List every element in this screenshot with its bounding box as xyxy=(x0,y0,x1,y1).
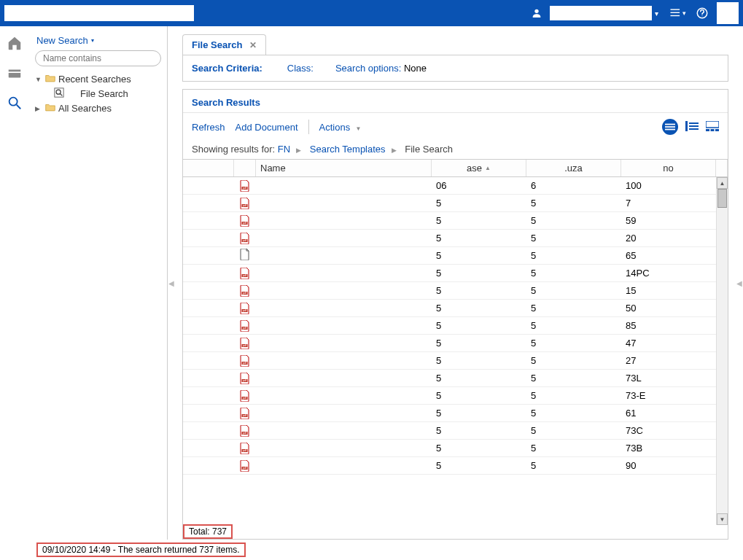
pdf-icon: pdf xyxy=(240,233,250,244)
svg-rect-14 xyxy=(685,121,688,131)
pdf-icon: pdf xyxy=(240,215,250,227)
home-icon[interactable] xyxy=(7,35,23,53)
svg-rect-17 xyxy=(689,128,699,130)
criteria-label: Search Criteria: xyxy=(192,63,262,74)
cell-no: 27 xyxy=(621,355,716,366)
col-select[interactable] xyxy=(183,160,234,176)
cell-uza: 5 xyxy=(526,390,621,401)
cell-uza: 5 xyxy=(526,250,621,261)
bc-fn[interactable]: FN xyxy=(278,144,290,155)
svg-text:pdf: pdf xyxy=(243,274,246,277)
close-icon[interactable]: ✕ xyxy=(249,40,257,50)
col-ase[interactable]: ase▲ xyxy=(432,160,526,176)
svg-text:pdf: pdf xyxy=(243,379,246,382)
svg-text:pdf: pdf xyxy=(243,344,246,347)
collapse-handle-left[interactable]: ◀ xyxy=(168,26,175,540)
col-no[interactable]: no xyxy=(621,160,716,176)
table-row[interactable]: pdf5573-E xyxy=(183,387,716,405)
criteria-box: Search Criteria: Class: Search options: … xyxy=(182,55,728,82)
options-label: Search options: xyxy=(335,63,401,74)
table-row[interactable]: pdf5559 xyxy=(183,212,716,230)
pdf-icon: pdf xyxy=(240,320,250,332)
pdf-icon: pdf xyxy=(240,338,250,349)
table-row[interactable]: pdf557 xyxy=(183,195,716,212)
scroll-down-button[interactable]: ▼ xyxy=(717,513,728,525)
cell-uza: 5 xyxy=(526,338,621,349)
svg-rect-1 xyxy=(671,9,680,9)
svg-rect-15 xyxy=(689,122,699,124)
svg-text:pdf: pdf xyxy=(243,222,246,225)
tree-all-searches[interactable]: ▶ All Searches xyxy=(35,101,167,115)
col-icon[interactable] xyxy=(234,160,256,176)
cell-no: 59 xyxy=(621,215,716,226)
view-filmstrip-button[interactable] xyxy=(706,121,719,133)
table-row[interactable]: pdf5550 xyxy=(183,300,716,317)
main-panel: File Search ✕ Search Criteria: Class: Se… xyxy=(175,26,736,540)
cell-uza: 5 xyxy=(526,320,621,331)
pdf-icon: pdf xyxy=(240,408,250,419)
table-row[interactable]: pdf066100 xyxy=(183,177,716,195)
status-message: 09/10/2020 14:49 - The search returned 7… xyxy=(36,542,246,557)
class-label: Class: xyxy=(287,63,314,74)
table-row[interactable]: pdf5520 xyxy=(183,230,716,247)
name-contains-input[interactable] xyxy=(35,50,161,66)
cell-no: 14PC xyxy=(621,268,716,279)
table-row[interactable]: pdf5590 xyxy=(183,457,716,475)
table-row[interactable]: pdf5573L xyxy=(183,370,716,387)
view-details-button[interactable] xyxy=(662,119,678,135)
tray-icon[interactable] xyxy=(7,65,23,83)
total-count: Total: 737 xyxy=(183,524,233,539)
user-select[interactable]: ▾ xyxy=(547,6,658,20)
scrollbar[interactable]: ▲ ▼ xyxy=(716,177,728,525)
table-row[interactable]: pdf5573C xyxy=(183,422,716,440)
col-uza[interactable]: .uza xyxy=(526,160,621,176)
svg-point-5 xyxy=(701,15,702,16)
table-row[interactable]: 5565 xyxy=(183,247,716,265)
top-search-input[interactable] xyxy=(4,5,194,21)
scroll-up-button[interactable]: ▲ xyxy=(717,177,728,189)
pdf-icon: pdf xyxy=(240,460,250,472)
cell-ase: 5 xyxy=(432,460,526,471)
add-document-link[interactable]: Add Document xyxy=(236,122,298,133)
cell-ase: 5 xyxy=(432,338,526,349)
results-toolbar: Refresh Add Document Actions ▼ xyxy=(183,113,728,141)
table-row[interactable]: pdf5585 xyxy=(183,317,716,335)
tree-recent-searches[interactable]: ▼ Recent Searches xyxy=(35,72,167,86)
bc-templates[interactable]: Search Templates xyxy=(310,144,386,155)
results-header: Search Results xyxy=(183,90,728,113)
svg-text:pdf: pdf xyxy=(243,204,246,207)
app-launcher[interactable] xyxy=(717,2,739,24)
scroll-thumb[interactable] xyxy=(717,189,727,208)
cell-no: 73-E xyxy=(621,390,716,401)
pdf-icon: pdf xyxy=(240,443,250,454)
table-row[interactable]: pdf5514PC xyxy=(183,265,716,282)
cell-no: 73L xyxy=(621,373,716,384)
cell-ase: 5 xyxy=(432,443,526,454)
svg-point-0 xyxy=(534,9,538,13)
pdf-icon: pdf xyxy=(240,390,250,402)
table-row[interactable]: pdf5515 xyxy=(183,282,716,300)
svg-text:pdf: pdf xyxy=(243,292,246,295)
menu-icon[interactable]: ▾ xyxy=(670,8,686,18)
col-name[interactable]: Name xyxy=(256,160,432,176)
help-icon[interactable] xyxy=(695,6,709,20)
table-row[interactable]: pdf5527 xyxy=(183,352,716,370)
new-search-link[interactable]: New Search▾ xyxy=(29,34,167,47)
cell-ase: 5 xyxy=(432,390,526,401)
collapse-handle-right[interactable]: ◀ xyxy=(736,26,743,540)
actions-menu[interactable]: Actions ▼ xyxy=(319,122,362,133)
table-row[interactable]: pdf5547 xyxy=(183,335,716,352)
table-row[interactable]: pdf5561 xyxy=(183,405,716,422)
tree-file-search[interactable]: File Search xyxy=(35,86,167,101)
search-icon[interactable] xyxy=(7,95,23,113)
table-row[interactable]: pdf5573B xyxy=(183,440,716,457)
svg-point-6 xyxy=(9,98,17,106)
view-magazine-button[interactable] xyxy=(685,121,699,133)
svg-text:pdf: pdf xyxy=(243,414,246,417)
cell-no: 73B xyxy=(621,443,716,454)
svg-rect-12 xyxy=(665,126,675,128)
tab-file-search[interactable]: File Search ✕ xyxy=(182,34,266,55)
refresh-link[interactable]: Refresh xyxy=(192,122,225,133)
svg-rect-13 xyxy=(665,129,675,131)
user-icon[interactable] xyxy=(529,6,544,20)
